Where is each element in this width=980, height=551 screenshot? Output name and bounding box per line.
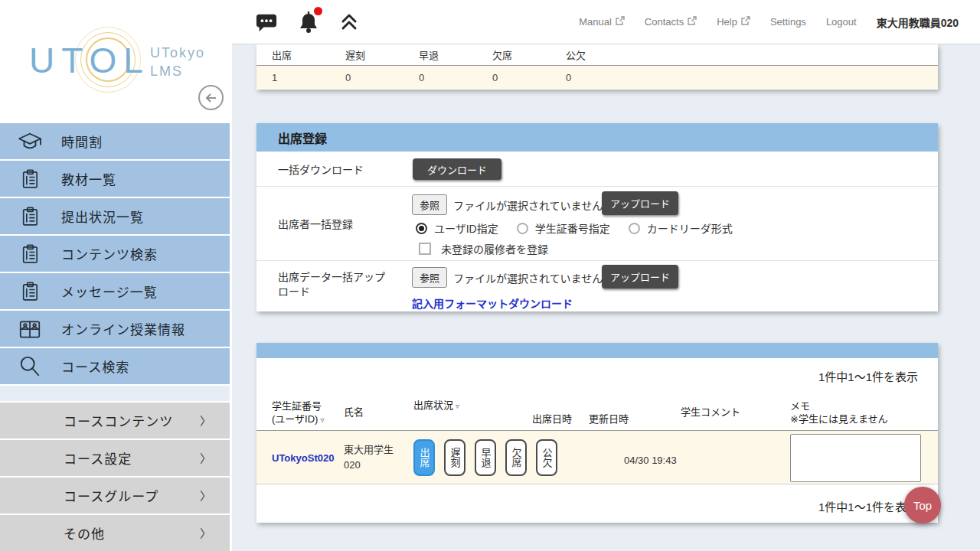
logo-subtitle: UTokyo LMS xyxy=(150,44,205,81)
graduation-cap-icon xyxy=(15,129,44,154)
data-bulk-upload-row: 出席データ一括アップロード 参照 ファイルが選択されていません。 アップロード … xyxy=(256,261,938,311)
online-class-icon xyxy=(15,317,44,341)
summary-value-row: 1 0 0 0 0 xyxy=(256,66,938,89)
radio-user-id[interactable]: ユーザID指定 xyxy=(416,220,498,236)
radio-student-number[interactable]: 学生証番号指定 xyxy=(517,220,610,236)
status-absent-button[interactable]: 欠席 xyxy=(505,439,527,476)
summary-absent-count: 0 xyxy=(477,72,550,83)
speech-bubble-icon xyxy=(255,11,278,33)
back-to-top-button[interactable]: Top xyxy=(904,487,941,523)
attendance-register-panel: 出席登録 一括ダウンロード ダウンロード 出席者一括登録 参照 ファイルが選択さ… xyxy=(256,123,938,311)
attendee-bulk-register-row: 出席者一括登録 参照 ファイルが選択されていません。 アップロード ユーザID指… xyxy=(256,187,938,261)
sidebar-collapse-button[interactable] xyxy=(198,85,224,110)
chevron-right-icon: 〉 xyxy=(200,412,211,429)
sidebar-item-course-contents[interactable]: コースコンテンツ 〉 xyxy=(0,403,230,439)
summary-col-late: 遅刻 xyxy=(330,47,403,62)
sidebar-item-submission-status[interactable]: 提出状況一覧 xyxy=(0,198,230,234)
chevron-right-icon: 〉 xyxy=(200,525,211,541)
notification-badge xyxy=(314,7,322,15)
sidebar-item-label: コンテンツ検索 xyxy=(61,244,158,263)
status-late-button[interactable]: 遅刻 xyxy=(444,439,466,476)
chevron-right-icon: 〉 xyxy=(200,450,211,466)
topbar-links: Manual Contacts Help Settings Logout 東大用… xyxy=(579,15,980,30)
sidebar-item-messages[interactable]: メッセージ一覧 xyxy=(0,273,230,309)
attendance-summary-table: 出席 遅刻 早退 欠席 公欠 1 0 0 0 0 xyxy=(256,44,938,90)
no-file-selected-label: ファイルが選択されていません。 xyxy=(453,270,613,285)
col-status[interactable]: 出席状況▿ xyxy=(413,397,459,412)
sidebar-item-materials[interactable]: 教材一覧 xyxy=(0,161,230,197)
checkbox-icon xyxy=(419,243,431,255)
browse-button[interactable]: 参照 xyxy=(412,194,447,215)
sort-icon[interactable]: ▿ xyxy=(320,416,324,424)
manual-link[interactable]: Manual xyxy=(579,16,625,28)
status-early-leave-button[interactable]: 早退 xyxy=(475,439,496,476)
contacts-link-label: Contacts xyxy=(645,16,684,28)
sidebar-item-label: メッセージ一覧 xyxy=(61,282,158,301)
topbar: Manual Contacts Help Settings Logout 東大用… xyxy=(232,0,980,44)
download-button[interactable]: ダウンロード xyxy=(413,158,501,180)
messages-button[interactable] xyxy=(255,11,278,33)
radio-label: ユーザID指定 xyxy=(434,220,498,236)
format-download-link[interactable]: 記入用フォーマットダウンロード xyxy=(412,295,573,311)
summary-early-leave-count: 0 xyxy=(403,72,477,83)
sidebar-item-course-group[interactable]: コースグループ 〉 xyxy=(0,478,230,514)
status-excused-button[interactable]: 公欠 xyxy=(536,439,557,476)
upload-button[interactable]: アップロード xyxy=(602,191,678,215)
no-file-selected-label: ファイルが選択されていません。 xyxy=(453,197,613,213)
update-datetime-value: 04/30 19:43 xyxy=(624,455,677,466)
summary-late-count: 0 xyxy=(330,72,403,83)
students-attendance-table: 1件中1〜1件を表示 学生証番号 (ユーザID)▿ 氏名 出席状況▿ 出席日時 … xyxy=(256,343,938,523)
status-present-button[interactable]: 出席 xyxy=(413,439,435,476)
sidebar-item-online-class-info[interactable]: オンライン授業情報 xyxy=(0,311,230,347)
col-student-id-line2-wrap[interactable]: (ユーザID)▿ xyxy=(272,411,324,425)
sidebar-item-label: オンライン授業情報 xyxy=(61,319,185,338)
pagination-label-top: 1件中1〜1件を表示 xyxy=(818,368,918,384)
status-button-group: 出席 遅刻 早退 欠席 公欠 xyxy=(413,439,557,476)
external-link-icon xyxy=(741,16,750,28)
register-unenrolled-checkbox[interactable]: 未登録の履修者を登録 xyxy=(419,241,548,256)
sidebar-item-others[interactable]: その他 〉 xyxy=(0,515,230,551)
contacts-link[interactable]: Contacts xyxy=(645,16,697,28)
sidebar-item-content-search[interactable]: コンテンツ検索 xyxy=(0,236,230,272)
summary-present-count: 1 xyxy=(256,72,330,83)
upload-button[interactable]: アップロード xyxy=(602,265,678,289)
radio-card-reader[interactable]: カードリーダ形式 xyxy=(629,220,733,236)
radio-label: 学生証番号指定 xyxy=(535,220,610,236)
help-link[interactable]: Help xyxy=(717,16,750,28)
external-link-icon xyxy=(616,16,625,28)
clipboard-icon xyxy=(15,242,44,266)
sidebar-item-course-settings[interactable]: コース設定 〉 xyxy=(0,440,230,476)
file-input-group: 参照 ファイルが選択されていません。 xyxy=(412,194,613,215)
sort-icon[interactable]: ▿ xyxy=(456,402,459,410)
sidebar-divider xyxy=(0,386,230,401)
sidebar-item-label: コースコンテンツ xyxy=(64,411,173,430)
summary-excused-count: 0 xyxy=(550,72,624,83)
utol-logo: UTOL xyxy=(29,40,150,81)
data-bulk-label: 出席データ一括アップロード xyxy=(278,270,385,299)
bulk-download-label: 一括ダウンロード xyxy=(278,163,364,178)
summary-col-excused: 公欠 xyxy=(550,47,624,62)
chevrons-up-icon xyxy=(339,12,359,32)
clipboard-icon xyxy=(15,279,44,304)
student-name: 東大用学生020 xyxy=(344,442,408,472)
settings-link[interactable]: Settings xyxy=(770,16,806,28)
scroll-top-button[interactable] xyxy=(339,12,359,32)
notifications-button[interactable] xyxy=(296,10,321,34)
col-status-label: 出席状況 xyxy=(413,399,453,411)
student-id-link[interactable]: UTokyoSt020 xyxy=(272,452,334,464)
col-memo-note: ※学生には見えません xyxy=(790,411,888,425)
radio-selected-icon xyxy=(416,223,427,234)
pagination-label-bottom: 1件中1〜1件を表示 xyxy=(818,498,918,514)
sidebar-item-label: その他 xyxy=(64,523,105,543)
sidebar-item-course-search[interactable]: コース検索 xyxy=(0,348,230,384)
register-mode-radios: ユーザID指定 学生証番号指定 カードリーダ形式 xyxy=(416,220,743,236)
sidebar-item-timetable[interactable]: 時間割 xyxy=(0,123,230,159)
radio-label: カードリーダ形式 xyxy=(647,220,733,236)
topbar-icons xyxy=(232,10,359,34)
browse-button[interactable]: 参照 xyxy=(412,267,447,288)
logout-link[interactable]: Logout xyxy=(826,16,857,28)
current-user-label: 東大用教職員020 xyxy=(877,15,959,30)
memo-textarea[interactable] xyxy=(790,434,921,482)
help-link-label: Help xyxy=(717,16,737,28)
student-row: UTokyoSt020 東大用学生020 出席 遅刻 早退 欠席 公欠 04/3… xyxy=(256,431,938,484)
